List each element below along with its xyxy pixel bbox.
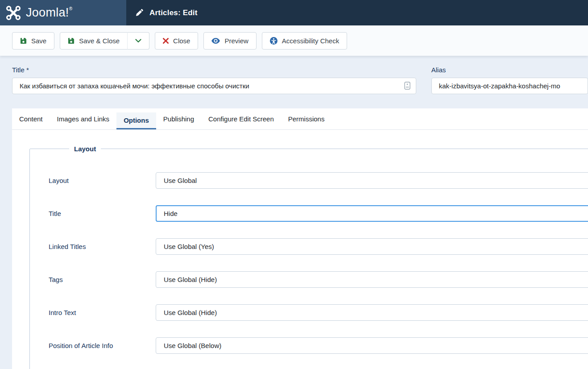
pencil-icon	[136, 9, 143, 17]
alias-field-group: Alias	[431, 66, 588, 108]
accessibility-check-button-label: Accessibility Check	[282, 37, 339, 45]
tab-images-and-links[interactable]: Images and Links	[50, 108, 117, 129]
toolbar: Save Save & Close	[0, 25, 588, 56]
layout-select[interactable]: Use Global	[156, 172, 588, 189]
tab-configure-edit-screen[interactable]: Configure Edit Screen	[201, 108, 281, 129]
chevron-down-icon	[135, 39, 141, 43]
article-info-position-select[interactable]: Use Global (Below)	[156, 337, 588, 354]
edit-tabs: Content Images and Links Options Publish…	[12, 108, 588, 130]
intro-text-select-label: Intro Text	[49, 309, 156, 316]
close-icon	[163, 38, 169, 44]
save-icon	[20, 37, 27, 44]
save-icon	[68, 37, 75, 44]
tab-content[interactable]: Content	[12, 108, 50, 129]
app-header: Joomla!® Articles: Edit	[0, 0, 588, 25]
close-button-label: Close	[173, 37, 190, 45]
page-heading: Articles: Edit	[126, 0, 198, 25]
edit-form-card: Content Images and Links Options Publish…	[12, 108, 588, 369]
tags-select[interactable]: Use Global (Hide)	[156, 271, 588, 288]
accessibility-check-button[interactable]: Accessibility Check	[262, 32, 347, 50]
show-title-select-label: Title	[49, 210, 156, 217]
tab-permissions[interactable]: Permissions	[281, 108, 332, 129]
close-button[interactable]: Close	[155, 32, 198, 50]
tags-select-label: Tags	[49, 276, 156, 283]
form-row-position-of-article-info: Position of Article Info Use Global (Bel…	[49, 337, 588, 354]
show-title-select[interactable]: Hide	[156, 205, 588, 222]
form-row-tags: Tags Use Global (Hide)	[49, 271, 588, 288]
form-row-layout: Layout Use Global	[49, 172, 588, 189]
layout-select-label: Layout	[49, 177, 156, 184]
accessibility-icon	[270, 37, 277, 45]
intro-text-select[interactable]: Use Global (Hide)	[156, 304, 588, 321]
save-close-button-group: Save & Close	[60, 32, 149, 50]
title-field-group: Title *	[12, 66, 416, 108]
article-info-position-select-label: Position of Article Info	[49, 342, 156, 349]
page-title: Articles: Edit	[149, 8, 198, 17]
form-row-linked-titles: Linked Titles Use Global (Yes)	[49, 238, 588, 255]
title-alias-section: Title * Alias	[0, 56, 588, 108]
linked-titles-select[interactable]: Use Global (Yes)	[156, 238, 588, 255]
registered-mark: ®	[69, 6, 73, 11]
tab-options[interactable]: Options	[116, 112, 156, 129]
save-button[interactable]: Save	[12, 32, 54, 50]
title-input[interactable]	[12, 78, 416, 94]
joomla-logo-icon	[6, 5, 21, 21]
options-tab-panel: Layout Layout Use Global Title Hide Link…	[12, 130, 588, 369]
form-row-intro-text: Intro Text Use Global (Hide)	[49, 304, 588, 321]
form-row-title: Title Hide	[49, 205, 588, 222]
save-close-button[interactable]: Save & Close	[60, 32, 128, 50]
save-button-label: Save	[31, 37, 46, 45]
input-method-icon	[404, 82, 410, 90]
preview-button[interactable]: Preview	[203, 32, 256, 50]
alias-input[interactable]	[431, 78, 588, 94]
linked-titles-select-label: Linked Titles	[49, 243, 156, 250]
eye-icon	[211, 38, 220, 44]
preview-button-label: Preview	[224, 37, 248, 45]
tab-publishing[interactable]: Publishing	[156, 108, 201, 129]
layout-fieldset-legend: Layout	[69, 145, 101, 153]
alias-field-label: Alias	[431, 66, 588, 74]
joomla-brand[interactable]: Joomla!®	[0, 0, 126, 25]
save-options-dropdown-toggle[interactable]	[127, 32, 149, 50]
save-close-button-label: Save & Close	[79, 37, 120, 45]
title-field-label: Title *	[12, 66, 416, 74]
layout-fieldset: Layout Layout Use Global Title Hide Link…	[29, 145, 588, 369]
brand-text: Joomla!®	[26, 6, 72, 20]
